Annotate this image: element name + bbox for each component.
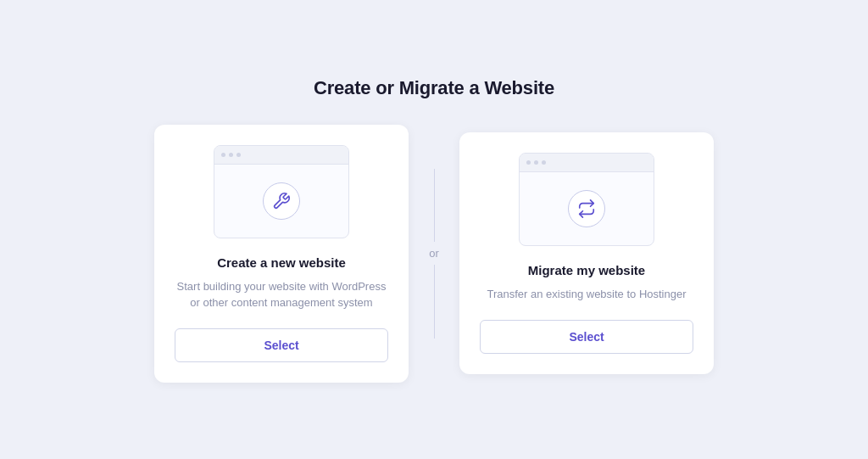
migrate-select-button[interactable]: Select [480,320,693,354]
migrate-card-description: Transfer an existing website to Hostinge… [487,286,686,303]
migrate-browser-topbar [520,154,654,172]
create-card: Create a new website Start building your… [154,125,409,383]
migrate-browser-mockup [519,153,654,246]
create-icon-circle [263,182,300,220]
create-browser-mockup [214,145,349,238]
cards-container: Create a new website Start building your… [154,125,714,383]
migrate-browser-dot-2 [534,160,538,165]
browser-topbar [214,146,348,165]
create-card-description: Start building your website with WordPre… [175,278,388,311]
create-card-title: Create a new website [217,255,346,270]
migrate-browser-dot-3 [542,160,546,165]
browser-dot-3 [236,153,241,157]
page-title: Create or Migrate a Website [314,77,554,99]
wrench-icon [272,192,291,210]
migrate-browser-dot-1 [526,160,531,165]
page-wrapper: Create or Migrate a Website Creat [0,60,868,400]
arrows-icon [577,199,596,218]
create-select-button[interactable]: Select [175,328,388,362]
or-divider: or [409,169,459,339]
browser-dot-1 [221,153,225,157]
browser-dot-2 [229,153,233,157]
migrate-card: Migrate my website Transfer an existing … [459,132,714,374]
migrate-browser-content [520,172,654,245]
create-browser-content [214,165,348,238]
or-label: or [426,242,442,265]
migrate-card-title: Migrate my website [528,263,645,277]
migrate-icon-circle [568,190,605,227]
